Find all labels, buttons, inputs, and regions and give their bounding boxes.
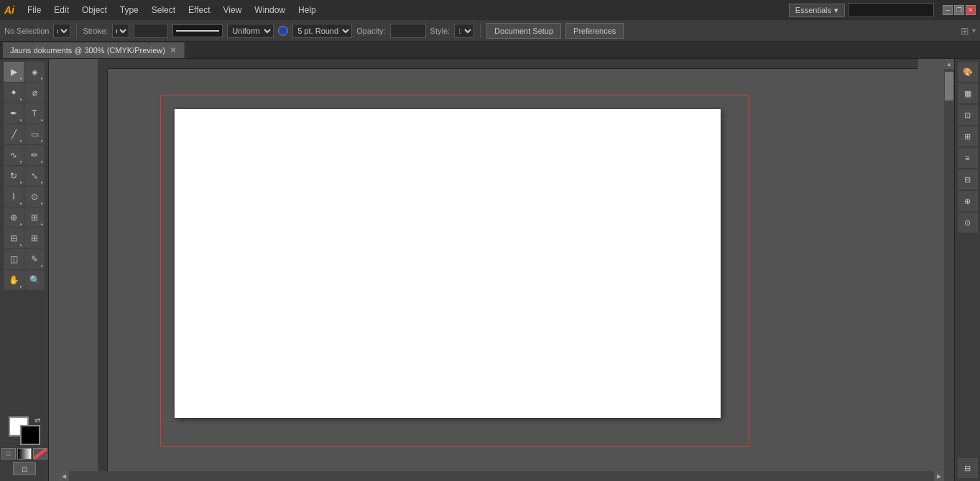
- arrange-icon: ⊞: [961, 25, 969, 37]
- symbols-panel-button[interactable]: ⊙: [958, 213, 978, 233]
- pencil-tool[interactable]: ✏ ▸: [24, 145, 45, 165]
- expand-icon: ⊟: [964, 464, 971, 473]
- scroll-left-button[interactable]: ◀: [59, 471, 69, 481]
- menu-type[interactable]: Type: [114, 4, 144, 17]
- align-panel-button[interactable]: ≡: [958, 148, 978, 168]
- screen-mode-button[interactable]: ⊡: [13, 462, 36, 475]
- search-input[interactable]: [848, 3, 934, 17]
- stroke-label: Stroke:: [83, 27, 108, 35]
- minimize-button[interactable]: ─: [943, 5, 953, 15]
- document-setup-button[interactable]: Document Setup: [486, 23, 561, 39]
- eyedropper-tool[interactable]: ✎ ▸: [24, 249, 45, 269]
- color-panel-button[interactable]: 🎨: [958, 62, 978, 82]
- artboard[interactable]: [175, 109, 721, 418]
- opacity-input[interactable]: 100%: [390, 24, 426, 38]
- window-controls: ─ ❐ ✕: [943, 5, 976, 15]
- style-label: Style:: [430, 27, 450, 35]
- essentials-button[interactable]: Essentials ▾: [789, 4, 845, 17]
- vertical-scrollbar[interactable]: ▲: [944, 59, 954, 481]
- magic-wand-tool[interactable]: ✦ ▸: [4, 83, 24, 103]
- panel-expand-button[interactable]: ⊟: [958, 458, 978, 478]
- horizontal-scrollbar[interactable]: ◀ ▶: [59, 471, 944, 481]
- width-icon: ⊙: [31, 192, 38, 202]
- warp-tool[interactable]: ⌇ ▸: [4, 187, 24, 207]
- no-fill-button[interactable]: [33, 448, 47, 459]
- tab-bar: Jauns dokuments @ 300% (CMYK/Preview) ✕: [0, 42, 980, 59]
- scale-tool[interactable]: ⤡ ▸: [24, 166, 45, 186]
- tool-row-11: ✋ ▸ 🔍: [4, 270, 45, 290]
- hand-tool[interactable]: ✋ ▸: [4, 270, 24, 290]
- menu-object[interactable]: Object: [76, 4, 113, 17]
- essentials-arrow: ▾: [834, 6, 838, 15]
- right-panel: 🎨 ▦ ⊡ ⊞ ≡ ⊟ ⊕ ⊙ ⊟: [954, 59, 980, 481]
- restore-button[interactable]: ❐: [954, 5, 964, 15]
- menu-edit[interactable]: Edit: [48, 4, 75, 17]
- lasso-tool[interactable]: ⌀: [24, 83, 45, 103]
- menu-help[interactable]: Help: [292, 4, 322, 17]
- type-tool[interactable]: T ▸: [24, 103, 45, 123]
- direct-selection-tool[interactable]: ◈ ▸: [24, 62, 45, 82]
- swap-colors-icon[interactable]: ⇄: [34, 416, 40, 424]
- fill-swatch-select[interactable]: ■: [53, 24, 70, 38]
- pen-icon: ✒: [10, 108, 17, 118]
- pen-tool[interactable]: ✒ ▸: [4, 103, 24, 123]
- background-swatch[interactable]: [20, 425, 40, 445]
- opacity-label: Opacity:: [356, 27, 385, 35]
- scroll-up-button[interactable]: ▲: [944, 59, 954, 69]
- arrange-arrow: ▾: [972, 27, 976, 34]
- options-bar: No Selection ■ Stroke: ■ 1 pt Uniform 5 …: [0, 20, 980, 42]
- canvas-area[interactable]: ▲ ◀ ▶: [49, 59, 954, 481]
- free-transform-tool[interactable]: ⊕ ▸: [4, 207, 24, 228]
- gradient-icon: ◫: [10, 254, 18, 264]
- color-section: ⇄ □ ⊡: [1, 416, 47, 481]
- gradient-tool[interactable]: ◫: [4, 249, 24, 269]
- artboards-panel-button[interactable]: ⊞: [958, 126, 978, 146]
- menu-file[interactable]: File: [22, 4, 47, 17]
- zoom-tool[interactable]: 🔍: [24, 270, 45, 290]
- menu-select[interactable]: Select: [146, 4, 181, 17]
- scale-icon: ⤡: [31, 171, 38, 181]
- shape-builder-icon: ⊞: [31, 213, 38, 223]
- color-mode-button[interactable]: □: [1, 448, 16, 459]
- menu-view[interactable]: View: [218, 4, 248, 17]
- mesh-tool[interactable]: ⊞: [24, 228, 45, 248]
- gradient-mode-button[interactable]: [17, 448, 32, 459]
- warp-icon: ⌇: [11, 192, 16, 202]
- rectangle-tool[interactable]: ▭ ▸: [24, 124, 45, 144]
- line-tool[interactable]: ╱ ▸: [4, 124, 24, 144]
- shape-builder-tool[interactable]: ⊞ ▸: [24, 207, 45, 228]
- selection-icon: ▶: [11, 67, 17, 77]
- paintbrush-tool[interactable]: ∿ ▸: [4, 145, 24, 165]
- selection-tool[interactable]: ▶ ▸: [4, 62, 24, 82]
- tab-close-button[interactable]: ✕: [170, 45, 177, 55]
- stroke-cap-select[interactable]: 5 pt. Round: [292, 24, 352, 38]
- tool-row-1: ▶ ▸ ◈ ▸: [4, 62, 45, 82]
- zoom-icon: 🔍: [29, 275, 40, 285]
- stroke-cap-indicator: [278, 26, 288, 36]
- swatches-panel-button[interactable]: ▦: [958, 83, 978, 103]
- artboards-icon: ⊞: [964, 132, 971, 141]
- transform-panel-button[interactable]: ⊟: [958, 169, 978, 190]
- style-select[interactable]: □: [454, 24, 474, 38]
- essentials-label: Essentials: [795, 6, 831, 14]
- scroll-thumb[interactable]: [945, 72, 953, 101]
- layers-icon: ⊡: [964, 111, 971, 120]
- no-selection-label: No Selection: [4, 27, 49, 35]
- close-button[interactable]: ✕: [966, 5, 976, 15]
- preferences-button[interactable]: Preferences: [565, 23, 624, 39]
- pathfinder-panel-button[interactable]: ⊕: [958, 191, 978, 211]
- rotate-tool[interactable]: ↻ ▸: [4, 166, 24, 186]
- document-tab[interactable]: Jauns dokuments @ 300% (CMYK/Preview) ✕: [3, 42, 185, 58]
- tool-row-4: ╱ ▸ ▭ ▸: [4, 124, 45, 144]
- scroll-right-button[interactable]: ▶: [934, 471, 944, 481]
- perspective-grid-tool[interactable]: ⊟ ▸: [4, 228, 24, 248]
- width-tool[interactable]: ⊙ ▸: [24, 187, 45, 207]
- layers-panel-button[interactable]: ⊡: [958, 105, 978, 125]
- stroke-swatch-select[interactable]: ■: [112, 24, 129, 38]
- menu-window[interactable]: Window: [249, 4, 291, 17]
- tool-row-3: ✒ ▸ T ▸: [4, 103, 45, 123]
- swatches-icon: ▦: [964, 89, 971, 98]
- stroke-width-input[interactable]: 1 pt: [134, 24, 168, 38]
- stroke-type-select[interactable]: Uniform: [227, 24, 274, 38]
- menu-effect[interactable]: Effect: [182, 4, 216, 17]
